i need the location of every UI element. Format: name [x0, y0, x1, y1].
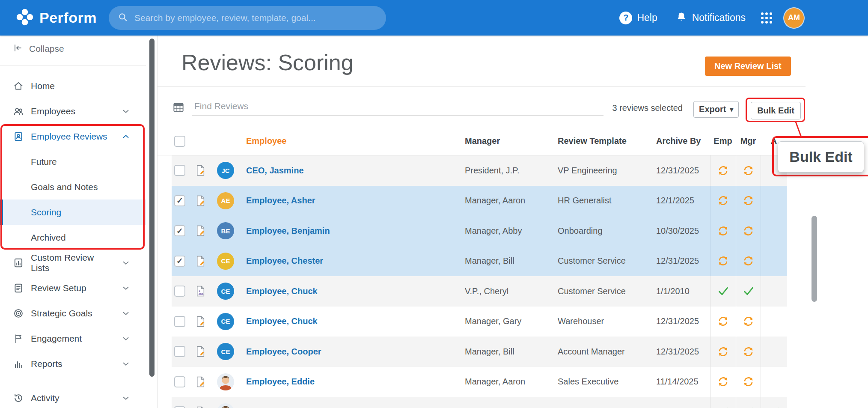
- table-row[interactable]: JC CEO, Jasmine President, J.P. VP Engin…: [172, 155, 787, 186]
- complete-check-icon: [743, 406, 755, 408]
- apps-grid-icon[interactable]: [761, 12, 772, 24]
- engagement-icon: [13, 333, 24, 344]
- in-progress-sync-icon: [743, 316, 754, 327]
- global-search-input[interactable]: [134, 13, 378, 23]
- a-status-cell: [761, 246, 787, 277]
- sidebar-item-reports[interactable]: Reports: [0, 351, 146, 376]
- table-row[interactable]: CE Employee, Chuck V.P., Cheryl Customer…: [172, 276, 787, 307]
- row-checkbox[interactable]: [174, 316, 185, 327]
- export-button[interactable]: Export ▾: [693, 101, 739, 118]
- employee-link[interactable]: Employee, Chuck: [246, 286, 318, 296]
- review-document-edit-icon[interactable]: [196, 316, 206, 328]
- employee-link[interactable]: Employee, Benjamin: [246, 226, 330, 236]
- sidebar-item-archived[interactable]: Archived: [0, 225, 146, 250]
- find-reviews-input[interactable]: [192, 97, 603, 116]
- sidebar-item-goals-and-notes[interactable]: Goals and Notes: [0, 174, 146, 200]
- mgr-status-cell: [736, 367, 761, 397]
- sub-item-label: Future: [31, 157, 57, 167]
- sidebar-item-future[interactable]: Future: [0, 149, 146, 174]
- bulk-edit-button[interactable]: Bulk Edit: [751, 102, 801, 119]
- collapse-button[interactable]: Collapse: [0, 36, 146, 61]
- manager-cell: Manager, Bill: [465, 337, 558, 367]
- review-document-edit-icon[interactable]: [196, 255, 206, 267]
- in-progress-sync-icon: [717, 346, 729, 357]
- column-header-employee[interactable]: Employee: [240, 127, 465, 155]
- avatar-column-header: [211, 127, 240, 155]
- sidebar-item-custom-review-lists[interactable]: Custom Review Lists: [0, 250, 146, 275]
- sidebar-item-label: Review Setup: [31, 283, 86, 293]
- sidebar-item-label: Home: [31, 81, 55, 91]
- row-checkbox[interactable]: [174, 286, 185, 297]
- sidebar-item-home[interactable]: Home: [0, 73, 146, 98]
- a-status-cell: [761, 276, 787, 307]
- column-header-archive-by[interactable]: Archive By: [656, 127, 710, 155]
- table-row[interactable]: CE Employee, Chuck Manager, Gary Warehou…: [172, 307, 787, 337]
- employee-link[interactable]: Employee, Chester: [246, 256, 323, 266]
- row-checkbox[interactable]: [174, 256, 185, 267]
- in-progress-sync-icon: [743, 195, 754, 206]
- review-document-edit-icon[interactable]: [196, 376, 206, 388]
- review-document-edit-icon[interactable]: [196, 345, 206, 357]
- employee-link[interactable]: CEO, Jasmine: [246, 166, 304, 176]
- column-header-mgr[interactable]: Mgr: [736, 127, 761, 155]
- select-all-checkbox[interactable]: [174, 136, 185, 147]
- column-header-review-template[interactable]: Review Template: [558, 127, 656, 155]
- new-review-list-button[interactable]: New Review List: [705, 57, 791, 76]
- archive-by-cell: 11/14/2025: [656, 367, 710, 397]
- archive-by-cell: 12/31/2025: [656, 337, 710, 367]
- employee-link[interactable]: Employee, Asher: [246, 196, 315, 205]
- emp-status-cell: [710, 397, 736, 408]
- column-header-emp[interactable]: Emp: [710, 127, 736, 155]
- row-checkbox[interactable]: [174, 165, 185, 176]
- manager-cell: Manager, Gary: [465, 307, 558, 337]
- table-row[interactable]: CE Employee, Cooper Manager, Bill Accoun…: [172, 337, 787, 367]
- row-checkbox[interactable]: [174, 346, 185, 357]
- sidebar-item-activity[interactable]: Activity: [0, 385, 146, 408]
- global-search[interactable]: [109, 6, 386, 30]
- mgr-status-cell: [736, 397, 761, 408]
- complete-check-icon: [717, 285, 729, 297]
- archive-by-cell: 12/31/2025: [656, 307, 710, 337]
- review-document-edit-icon[interactable]: [196, 164, 206, 176]
- sidebar-item-engagement[interactable]: Engagement: [0, 326, 146, 351]
- sidebar-item-employee-reviews[interactable]: Employee Reviews: [0, 124, 146, 149]
- sidebar-item-scoring[interactable]: Scoring: [0, 200, 146, 225]
- table-row[interactable]: Employee, Eddie Manager, Aaron Customer …: [172, 397, 787, 408]
- review-document-edit-icon[interactable]: [196, 225, 206, 237]
- sidebar-item-review-setup[interactable]: Review Setup: [0, 275, 146, 301]
- row-checkbox[interactable]: [174, 376, 185, 387]
- sidebar-scrollbar[interactable]: [149, 39, 155, 377]
- user-avatar[interactable]: AM: [784, 8, 804, 28]
- archive-by-cell: 12/31/2025: [656, 155, 710, 186]
- sidebar-item-employees[interactable]: Employees: [0, 98, 146, 124]
- avatar: CE: [217, 343, 234, 360]
- employee-link[interactable]: Employee, Eddie: [246, 377, 315, 387]
- row-checkbox[interactable]: [174, 195, 185, 206]
- brand[interactable]: Perform: [15, 8, 97, 28]
- column-header-manager[interactable]: Manager: [465, 127, 558, 155]
- table-row[interactable]: Employee, Eddie Manager, Aaron Sales Exe…: [172, 367, 787, 397]
- table-row[interactable]: AE Employee, Asher Manager, Aaron HR Gen…: [172, 186, 787, 216]
- manager-cell: Manager, Aaron: [465, 186, 558, 216]
- main-scrollbar[interactable]: [812, 216, 817, 302]
- notifications-button[interactable]: Notifications: [675, 11, 746, 25]
- table-row[interactable]: CE Employee, Chester Manager, Bill Custo…: [172, 246, 787, 277]
- complete-check-icon: [768, 406, 780, 408]
- employee-link[interactable]: Employee, Cooper: [246, 347, 321, 357]
- review-document-edit-icon[interactable]: [196, 406, 206, 408]
- review-template-cell: Warehouser: [558, 307, 656, 337]
- review-document-image-icon[interactable]: [196, 285, 206, 297]
- employee-link[interactable]: Employee, Chuck: [246, 316, 318, 326]
- row-checkbox[interactable]: [174, 225, 185, 236]
- chevron-down-icon: [121, 393, 131, 403]
- perform-logo-icon: [15, 8, 34, 28]
- a-status-cell: [761, 337, 787, 367]
- review-document-edit-icon[interactable]: [196, 195, 206, 207]
- review-template-cell: Customer Service: [558, 397, 656, 408]
- review-template-cell: Sales Executive: [558, 367, 656, 397]
- sidebar-item-strategic-goals[interactable]: Strategic Goals: [0, 301, 146, 326]
- table-row[interactable]: BE Employee, Benjamin Manager, Abby Onbo…: [172, 216, 787, 246]
- header-divider: [158, 86, 806, 87]
- row-checkbox[interactable]: [174, 406, 185, 408]
- help-button[interactable]: ? Help: [619, 12, 657, 24]
